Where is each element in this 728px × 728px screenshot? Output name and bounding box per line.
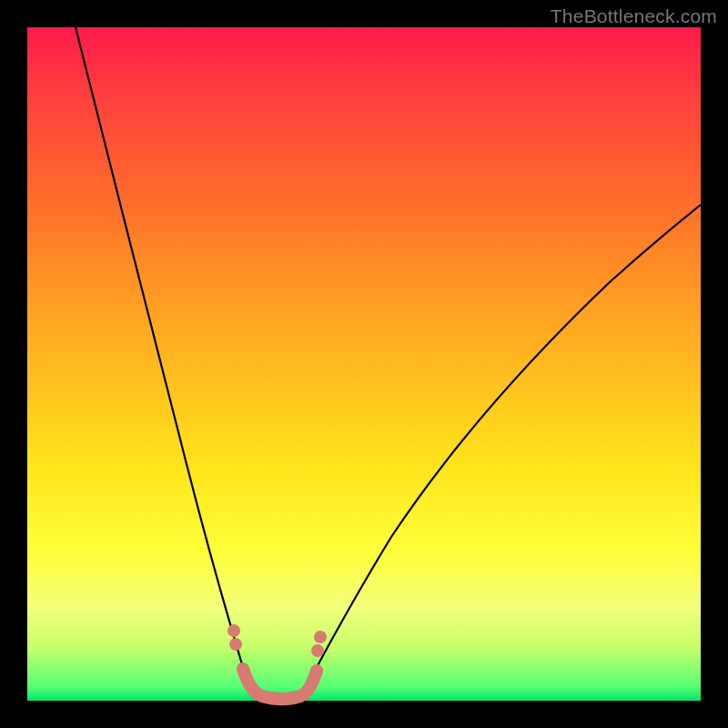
watermark-label: TheBottleneck.com bbox=[551, 5, 717, 27]
chart-frame: TheBottleneck.com bbox=[0, 0, 728, 728]
trough-markers bbox=[228, 624, 327, 699]
curve-left-branch bbox=[76, 27, 253, 697]
curve-right-branch bbox=[300, 205, 701, 697]
svg-point-2 bbox=[314, 631, 327, 643]
bottleneck-curve-svg bbox=[27, 27, 701, 701]
plot-area bbox=[27, 27, 701, 701]
svg-point-1 bbox=[229, 638, 242, 651]
svg-point-0 bbox=[228, 624, 240, 637]
svg-point-3 bbox=[311, 644, 324, 657]
